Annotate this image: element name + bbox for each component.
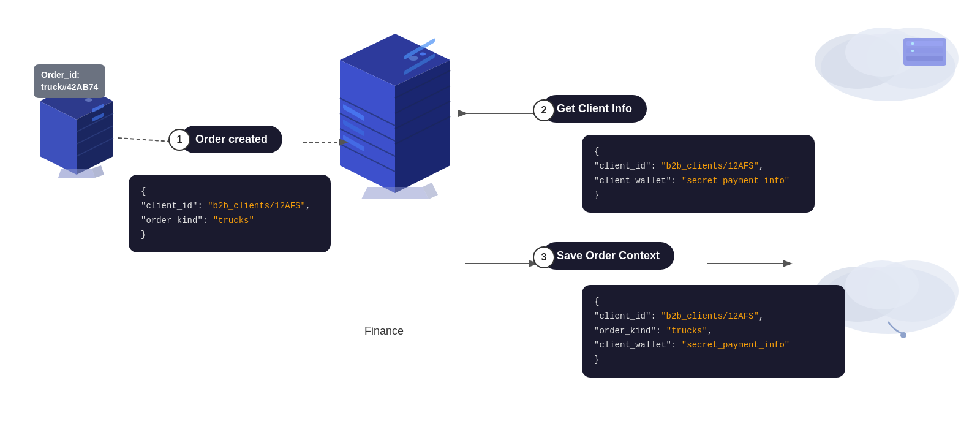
step-3-circle: 3 — [533, 246, 555, 268]
cloud-decoration-top — [809, 6, 968, 107]
svg-marker-45 — [361, 187, 429, 199]
order-id-badge: Order_id: truck#42AB74 — [34, 64, 105, 98]
step-1-code-block: { "client_id": "b2b_clients/12AFS", "ord… — [129, 175, 331, 252]
step-2-code-block: { "client_id": "b2b_clients/12AFS", "cli… — [582, 135, 815, 213]
order-id-label: Order_id: — [41, 70, 80, 80]
svg-point-13 — [845, 260, 919, 309]
svg-marker-25 — [58, 169, 95, 178]
svg-rect-7 — [907, 56, 943, 61]
step-3-code-block: { "client_id": "b2b_clients/12AFS", "ord… — [582, 285, 845, 378]
step-3-label: Save Order Context — [542, 242, 674, 270]
step-2-circle: 2 — [533, 99, 555, 121]
svg-point-14 — [900, 332, 907, 338]
step-2-label: Get Client Info — [542, 95, 647, 123]
step-1-circle: 1 — [168, 129, 190, 151]
svg-point-43 — [409, 56, 418, 61]
finance-label: Finance — [364, 325, 404, 338]
server-finance-icon — [331, 25, 459, 223]
svg-rect-8 — [911, 42, 914, 45]
svg-point-44 — [420, 53, 426, 56]
order-id-value: truck#42AB74 — [41, 82, 98, 92]
step-1-label: Order created — [181, 126, 282, 153]
svg-rect-9 — [911, 50, 914, 52]
svg-point-18 — [85, 98, 92, 102]
